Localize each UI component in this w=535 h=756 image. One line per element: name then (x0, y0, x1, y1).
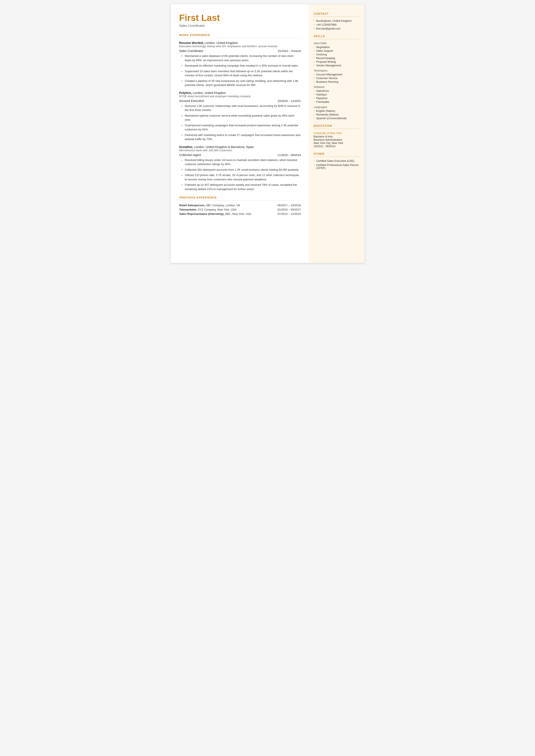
other-cert-2: Certified Professional Sales Person (CPS… (314, 164, 359, 170)
role-dates-1: 01/2022 – Present (278, 49, 301, 53)
bullet-1-1: Maintained a sales database of 6K potent… (182, 54, 301, 62)
education-section-title: EDUCATION (314, 124, 359, 127)
employer-rest-3: London, United Kingdom & Barcelona, Spai… (193, 145, 254, 149)
prev-exp-row-2: Telemarketer, XYZ Company, New York, USA… (179, 208, 301, 211)
employer-bold-2: Polyhire, (179, 91, 192, 95)
skill-sw-4: Freshsales (314, 100, 359, 103)
bullet-1-4: Created a pipeline of 35 new businesses … (182, 79, 301, 87)
prev-exp-row-3: Sales Representative (Internship), ABC, … (179, 212, 301, 215)
skills-section-title: SKILLS (314, 35, 359, 38)
skill-hard-1: Negotiation (314, 46, 359, 49)
previous-experience-divider (179, 200, 301, 201)
prev-exp-title-3: Sales Representative (Internship), ABC, … (179, 212, 251, 215)
role-dates-3: 11/2018 – 09/2019 (277, 154, 301, 157)
employer-bold-3: Growthsi, (179, 145, 193, 149)
contact-address: Buckingham, United Kingdom (314, 19, 359, 22)
edu-field: Business Administration (314, 138, 359, 141)
work-experience-section-title: WORK EXPERIENCE (179, 33, 301, 37)
bullet-3-1: Resolved billing issues under 24 hours t… (182, 158, 301, 166)
prev-exp-dates-2: 01/2016 – 05/2017 (277, 208, 301, 211)
previous-experience-section-title: PREVIOUS EXPERIENCE (179, 196, 301, 199)
bullet-3-2: Collected 302 delinquent accounts from 1… (182, 168, 301, 172)
bullet-1-3: Supervised 19 sales team members that fo… (182, 69, 301, 78)
edu-dates: 10/2011 - 06/2014 (314, 145, 359, 148)
left-column: First Last Sales Coordinator WORK EXPERI… (171, 4, 309, 263)
skill-lang-3: Spanish (Conversational) (314, 117, 359, 120)
role-title-1: Sales Coordinator (179, 49, 203, 53)
skills-divider (314, 39, 359, 39)
software-label: Software: (314, 86, 359, 89)
role-dates-2: 10/2019 – 12/2021 (277, 99, 301, 102)
edu-location: New York City, New York (314, 142, 359, 145)
skill-sw-2: HubSpot (314, 93, 359, 96)
skill-hard-2: Sales Support (314, 49, 359, 52)
skill-tech-2: Customer Service (314, 77, 359, 80)
bullet-3-4: Followed up on 457 delinquent accounts w… (182, 183, 301, 191)
prev-exp-row-1: Retail Salesperson, ABC Company, London,… (179, 204, 301, 207)
employer-block-2: Polyhire, London, United Kingdom NYSE-li… (179, 91, 301, 141)
role-title-3: Collection Agent (179, 153, 201, 157)
candidate-name: First Last (179, 13, 301, 23)
prev-exp-dates-3: 07/2014 – 12/2015 (277, 212, 301, 215)
bullet-1-2: Developed an effective marketing campaig… (182, 64, 301, 68)
skill-tech-1: Account Management (314, 73, 359, 76)
role-title-2: Account Executive (179, 99, 204, 102)
employer-block-3: Growthsi, London, United Kingdom & Barce… (179, 145, 301, 191)
edu-degree: Bachelor of Arts (314, 135, 359, 138)
bullet-2-1: Nurtured 1.9K customer relationships wit… (182, 104, 301, 112)
skill-hard-4: Record keeping (314, 57, 359, 60)
techniques-label: Techniques: (314, 69, 359, 72)
employer-name-1: Resume Worded, London, United Kingdom (179, 41, 301, 44)
employer-name-2: Polyhire, London, United Kingdom (179, 91, 301, 95)
languages-label: Languages: (314, 106, 359, 109)
prev-exp-dates-1: 06/2017 – 10/2018 (277, 204, 301, 207)
employer-tagline-3: Microfinance bank with 150,000 customers (179, 149, 301, 152)
role-row-2: Account Executive 10/2019 – 12/2021 (179, 99, 301, 102)
employer-bold-1: Resume Worded, (179, 41, 204, 44)
resume-container: First Last Sales Coordinator WORK EXPERI… (171, 4, 365, 263)
work-experience-divider (179, 38, 301, 38)
skill-sw-1: Salesforce (314, 90, 359, 93)
employer-tagline-2: NYSE-listed recruitment and employer bra… (179, 95, 301, 98)
bullet-2-2: Maintained optimal customer service whil… (182, 114, 301, 122)
edu-school: University of New York (314, 131, 359, 135)
skill-hard-5: Proposal Writing (314, 60, 359, 63)
hard-skills-label: Hard Skills: (314, 42, 359, 45)
contact-phone: +44 1234567890 (314, 23, 359, 26)
skill-lang-1: English (Native) (314, 109, 359, 113)
contact-divider (314, 16, 359, 17)
prev-exp-title-1: Retail Salesperson, ABC Company, London,… (179, 204, 240, 207)
role-row-1: Sales Coordinator 01/2022 – Present (179, 49, 301, 53)
role-row-3: Collection Agent 11/2018 – 09/2019 (179, 153, 301, 157)
employer-name-3: Growthsi, London, United Kingdom & Barce… (179, 145, 301, 149)
skill-lang-2: Romanian (Native) (314, 113, 359, 116)
contact-email: first.last@gmail.com (314, 27, 359, 30)
bullet-2-3: Championed marketing campaigns that incr… (182, 123, 301, 132)
other-section-title: OTHER (314, 152, 359, 155)
skill-hard-3: Invoicing (314, 53, 359, 56)
skill-tech-3: Business Planning (314, 80, 359, 83)
prev-exp-title-2: Telemarketer, XYZ Company, New York, USA (179, 208, 237, 211)
employer-block-1: Resume Worded, London, United Kingdom Ed… (179, 41, 301, 87)
employer-tagline-1: Education technology startup with 50+ em… (179, 44, 301, 48)
bullet-3-3: Utilized 210 phone calls, 3.7K emails, 2… (182, 173, 301, 182)
bullet-list-2: Nurtured 1.9K customer relationships wit… (179, 104, 301, 141)
skill-sw-3: Pipedrive (314, 97, 359, 100)
candidate-job-title: Sales Coordinator (179, 24, 301, 27)
employer-rest-2: London, United Kingdom (192, 91, 226, 95)
employer-rest-1: London, United Kingdom (204, 41, 238, 44)
bullet-2-4: Partnered with marketing teams to create… (182, 133, 301, 141)
bullet-list-1: Maintained a sales database of 6K potent… (179, 54, 301, 87)
bullet-list-3: Resolved billing issues under 24 hours t… (179, 158, 301, 191)
other-cert-1: Certified Sales Executive (CSE). (314, 159, 359, 162)
contact-section-title: CONTACT (314, 12, 359, 15)
right-column: CONTACT Buckingham, United Kingdom +44 1… (309, 4, 365, 263)
skill-hard-6: Vendor Management (314, 64, 359, 67)
